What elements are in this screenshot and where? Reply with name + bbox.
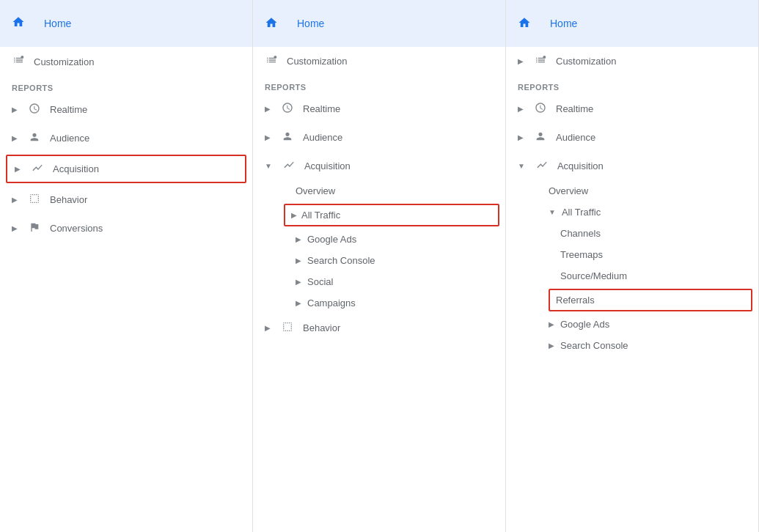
treemaps-label-3: Treemaps [560,249,603,260]
behavior-2[interactable]: ▶ Behavior [253,314,505,342]
referrals-label: Referrals [556,295,595,306]
all-traffic-label-3: All Traffic [562,207,601,218]
all-traffic-3[interactable]: ▼ All Traffic [537,202,758,223]
customization-icon-2 [265,54,278,68]
home-icon-3 [518,16,531,32]
all-traffic-arrow: ▶ [291,211,297,219]
campaigns-arrow-2: ▶ [296,299,301,307]
campaigns-2[interactable]: ▶ Campaigns [284,292,505,314]
customization-arrow-3: ▶ [518,57,524,65]
realtime-label-1: Realtime [50,104,87,115]
acquisition-1[interactable]: ▶ Acquisition [7,156,245,182]
realtime-icon-1 [28,103,41,117]
realtime-2[interactable]: ▶ Realtime [253,95,505,123]
all-traffic-arrow-3: ▼ [549,208,556,216]
realtime-arrow-1: ▶ [12,106,18,114]
audience-1[interactable]: ▶ Audience [0,124,252,152]
search-console-2[interactable]: ▶ Search Console [284,250,505,271]
audience-label-3: Audience [556,132,595,143]
realtime-icon-2 [281,102,294,116]
audience-icon-3 [534,130,547,144]
realtime-arrow-3: ▶ [518,105,524,113]
search-console-3[interactable]: ▶ Search Console [537,335,758,356]
realtime-icon-3 [534,102,547,116]
conversions-1[interactable]: ▶ Conversions [0,214,252,243]
realtime-arrow-2: ▶ [265,105,271,113]
realtime-label-3: Realtime [556,103,593,114]
audience-icon-2 [281,130,294,144]
acquisition-2[interactable]: ▼ Acquisition [253,152,505,180]
acquisition-label-1: Acquisition [53,163,99,174]
conversions-label-1: Conversions [50,223,103,234]
channels-3[interactable]: Channels [549,223,758,244]
behavior-label-1: Behavior [50,194,87,205]
customization-icon-1 [12,54,25,69]
acquisition-arrow-1: ▶ [15,165,21,173]
overview-2[interactable]: Overview [284,180,505,202]
behavior-icon-2 [281,321,294,335]
home-label-3: Home [538,9,589,38]
realtime-label-2: Realtime [303,103,340,114]
panel-1: Home Customization REPORTS ▶ Realtime ▶ … [0,0,253,532]
acquisition-label-3: Acquisition [557,160,604,171]
all-traffic-highlight[interactable]: ▶ All Traffic [284,204,499,226]
search-console-arrow-2: ▶ [296,256,301,265]
acquisition-3[interactable]: ▼ Acquisition [506,152,758,180]
source-medium-3[interactable]: Source/Medium [549,265,758,287]
audience-3[interactable]: ▶ Audience [506,123,758,152]
customization-2[interactable]: Customization [253,47,505,75]
home-link-3[interactable]: Home [506,0,758,47]
svg-point-0 [21,56,23,59]
conversions-icon-1 [28,221,41,235]
google-ads-2[interactable]: ▶ Google Ads [284,229,505,250]
overview-label-2: Overview [296,185,335,196]
acquisition-label-2: Acquisition [304,160,351,171]
customization-3[interactable]: ▶ Customization [506,47,758,75]
overview-label-3: Overview [549,185,588,196]
reports-label-1: REPORTS [0,76,252,95]
acquisition-icon-1 [31,162,44,176]
home-icon-2 [265,16,278,32]
customization-label-2: Customization [287,56,347,67]
audience-2[interactable]: ▶ Audience [253,123,505,152]
behavior-arrow-1: ▶ [12,196,18,204]
home-icon-1 [12,15,25,32]
home-link-2[interactable]: Home [253,0,505,47]
google-ads-arrow-3: ▶ [549,320,554,328]
panel-3: Home ▶ Customization REPORTS ▶ Realtime … [506,0,759,532]
acquisition-highlight-1[interactable]: ▶ Acquisition [6,155,246,183]
reports-label-3: REPORTS [506,75,758,95]
customization-label-3: Customization [556,56,616,67]
audience-label-1: Audience [50,133,89,144]
social-label-2: Social [307,276,333,287]
behavior-arrow-2: ▶ [265,324,271,332]
home-link-1[interactable]: Home [0,0,252,47]
referrals-highlight[interactable]: Referrals [549,289,752,311]
customization-label-1: Customization [34,56,94,67]
acquisition-sub-2: Overview ▶ All Traffic ▶ Google Ads ▶ Se… [253,180,505,314]
behavior-icon-1 [28,193,41,207]
all-traffic-label: All Traffic [301,210,340,221]
search-console-arrow-3: ▶ [549,341,554,350]
customization-icon-3 [534,54,547,68]
social-2[interactable]: ▶ Social [284,271,505,292]
google-ads-3[interactable]: ▶ Google Ads [537,314,758,335]
overview-3[interactable]: Overview [537,180,758,202]
treemaps-3[interactable]: Treemaps [549,244,758,265]
behavior-label-2: Behavior [303,322,340,333]
realtime-3[interactable]: ▶ Realtime [506,95,758,123]
all-traffic-sub: Channels Treemaps Source/Medium Referral… [537,223,758,311]
acquisition-arrow-2: ▼ [265,162,272,170]
google-ads-arrow-2: ▶ [296,235,301,243]
customization-1[interactable]: Customization [0,47,252,76]
audience-label-2: Audience [303,132,342,143]
behavior-1[interactable]: ▶ Behavior [0,185,252,214]
conversions-arrow-1: ▶ [12,224,18,232]
acquisition-icon-2 [282,159,296,173]
reports-label-2: REPORTS [253,75,505,95]
svg-point-1 [274,56,276,59]
channels-label-3: Channels [560,228,601,239]
realtime-1[interactable]: ▶ Realtime [0,95,252,124]
audience-icon-1 [28,131,41,145]
source-medium-label-3: Source/Medium [560,270,627,281]
